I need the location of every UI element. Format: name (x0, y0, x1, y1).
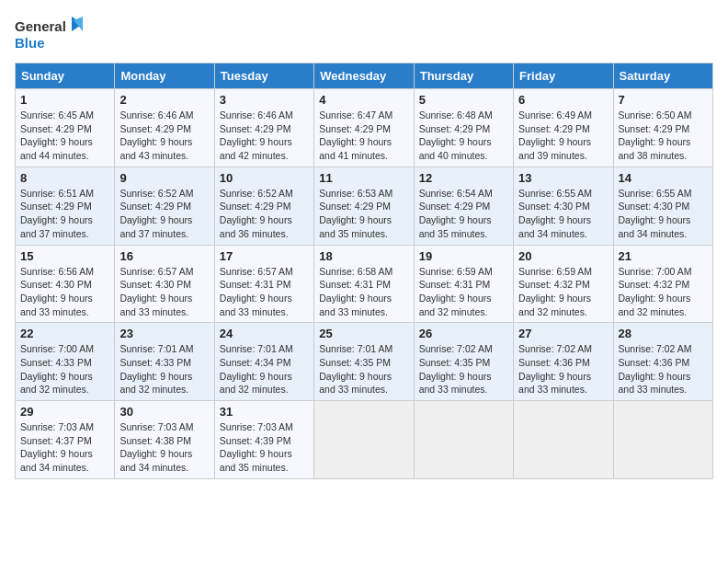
cell-info: Sunrise: 7:00 AMSunset: 4:33 PMDaylight:… (20, 343, 94, 395)
day-number: 23 (119, 327, 209, 340)
calendar-cell: 7Sunrise: 6:50 AMSunset: 4:29 PMDaylight… (613, 89, 712, 167)
cell-info: Sunrise: 6:56 AMSunset: 4:30 PMDaylight:… (20, 266, 94, 317)
cell-info: Sunrise: 6:45 AMSunset: 4:29 PMDaylight:… (20, 109, 94, 161)
cell-info: Sunrise: 6:57 AMSunset: 4:31 PMDaylight:… (220, 266, 293, 317)
day-number: 13 (518, 171, 608, 185)
cell-info: Sunrise: 7:01 AMSunset: 4:35 PMDaylight:… (319, 343, 392, 395)
col-header-friday: Friday (514, 63, 613, 89)
day-number: 17 (220, 249, 309, 263)
day-number: 1 (20, 93, 109, 107)
calendar-cell: 29Sunrise: 7:03 AMSunset: 4:37 PMDayligh… (16, 401, 115, 479)
cell-info: Sunrise: 6:54 AMSunset: 4:29 PMDaylight:… (419, 188, 493, 239)
day-number: 15 (20, 249, 109, 263)
cell-info: Sunrise: 7:02 AMSunset: 4:36 PMDaylight:… (518, 343, 592, 395)
cell-info: Sunrise: 7:02 AMSunset: 4:35 PMDaylight:… (419, 343, 493, 395)
day-number: 7 (619, 93, 708, 107)
cell-info: Sunrise: 6:57 AMSunset: 4:30 PMDaylight:… (119, 266, 193, 317)
cell-info: Sunrise: 6:55 AMSunset: 4:30 PMDaylight:… (619, 188, 692, 239)
cell-info: Sunrise: 6:53 AMSunset: 4:29 PMDaylight:… (319, 188, 392, 239)
calendar-cell: 9Sunrise: 6:52 AMSunset: 4:29 PMDaylight… (115, 167, 214, 245)
calendar-table: SundayMondayTuesdayWednesdayThursdayFrid… (15, 63, 713, 479)
day-number: 25 (319, 327, 408, 340)
svg-text:Blue: Blue (15, 35, 45, 51)
col-header-thursday: Thursday (414, 63, 513, 89)
day-number: 6 (518, 93, 608, 107)
cell-info: Sunrise: 6:52 AMSunset: 4:29 PMDaylight:… (220, 188, 293, 239)
day-number: 27 (518, 327, 608, 340)
day-number: 2 (119, 93, 209, 107)
cell-info: Sunrise: 6:48 AMSunset: 4:29 PMDaylight:… (419, 109, 493, 161)
col-header-wednesday: Wednesday (314, 63, 414, 89)
calendar-cell: 17Sunrise: 6:57 AMSunset: 4:31 PMDayligh… (214, 245, 313, 323)
day-number: 29 (20, 405, 109, 419)
calendar-cell: 31Sunrise: 7:03 AMSunset: 4:39 PMDayligh… (214, 401, 313, 479)
day-number: 10 (220, 171, 309, 185)
calendar-cell: 3Sunrise: 6:46 AMSunset: 4:29 PMDaylight… (214, 89, 313, 167)
calendar-cell: 2Sunrise: 6:46 AMSunset: 4:29 PMDaylight… (115, 89, 214, 167)
calendar-cell (414, 401, 513, 479)
calendar-cell: 5Sunrise: 6:48 AMSunset: 4:29 PMDaylight… (414, 89, 513, 167)
calendar-cell: 28Sunrise: 7:02 AMSunset: 4:36 PMDayligh… (613, 323, 712, 401)
day-number: 20 (518, 249, 608, 263)
calendar-cell: 21Sunrise: 7:00 AMSunset: 4:32 PMDayligh… (613, 245, 712, 323)
calendar-cell: 18Sunrise: 6:58 AMSunset: 4:31 PMDayligh… (314, 245, 414, 323)
week-row-3: 15Sunrise: 6:56 AMSunset: 4:30 PMDayligh… (16, 245, 713, 323)
cell-info: Sunrise: 6:47 AMSunset: 4:29 PMDaylight:… (319, 109, 392, 161)
cell-info: Sunrise: 7:01 AMSunset: 4:33 PMDaylight:… (119, 343, 193, 395)
day-number: 19 (419, 249, 508, 263)
calendar-cell: 12Sunrise: 6:54 AMSunset: 4:29 PMDayligh… (414, 167, 513, 245)
calendar-cell: 25Sunrise: 7:01 AMSunset: 4:35 PMDayligh… (314, 323, 414, 401)
week-row-4: 22Sunrise: 7:00 AMSunset: 4:33 PMDayligh… (16, 323, 713, 401)
day-number: 18 (319, 249, 408, 263)
col-header-monday: Monday (115, 63, 214, 89)
day-number: 14 (619, 171, 708, 185)
day-number: 21 (619, 249, 708, 263)
week-row-5: 29Sunrise: 7:03 AMSunset: 4:37 PMDayligh… (16, 401, 713, 479)
cell-info: Sunrise: 6:49 AMSunset: 4:29 PMDaylight:… (518, 109, 592, 161)
calendar-cell: 15Sunrise: 6:56 AMSunset: 4:30 PMDayligh… (16, 245, 115, 323)
col-header-tuesday: Tuesday (214, 63, 313, 89)
day-number: 3 (220, 93, 309, 107)
calendar-cell: 8Sunrise: 6:51 AMSunset: 4:29 PMDaylight… (16, 167, 115, 245)
cell-info: Sunrise: 7:03 AMSunset: 4:37 PMDaylight:… (20, 421, 94, 473)
calendar-cell: 4Sunrise: 6:47 AMSunset: 4:29 PMDaylight… (314, 89, 414, 167)
header-row: SundayMondayTuesdayWednesdayThursdayFrid… (16, 63, 713, 89)
week-row-1: 1Sunrise: 6:45 AMSunset: 4:29 PMDaylight… (16, 89, 713, 167)
calendar-cell: 23Sunrise: 7:01 AMSunset: 4:33 PMDayligh… (115, 323, 214, 401)
day-number: 16 (119, 249, 209, 263)
day-number: 30 (119, 405, 209, 419)
svg-text:General: General (15, 18, 66, 34)
cell-info: Sunrise: 6:51 AMSunset: 4:29 PMDaylight:… (20, 188, 94, 239)
logo-svg: General Blue (15, 15, 88, 55)
cell-info: Sunrise: 6:58 AMSunset: 4:31 PMDaylight:… (319, 266, 392, 317)
cell-info: Sunrise: 7:00 AMSunset: 4:32 PMDaylight:… (619, 266, 692, 317)
calendar-cell: 6Sunrise: 6:49 AMSunset: 4:29 PMDaylight… (514, 89, 613, 167)
day-number: 9 (119, 171, 209, 185)
calendar-cell (514, 401, 613, 479)
week-row-2: 8Sunrise: 6:51 AMSunset: 4:29 PMDaylight… (16, 167, 713, 245)
cell-info: Sunrise: 7:03 AMSunset: 4:39 PMDaylight:… (220, 421, 293, 473)
calendar-cell: 20Sunrise: 6:59 AMSunset: 4:32 PMDayligh… (514, 245, 613, 323)
cell-info: Sunrise: 6:52 AMSunset: 4:29 PMDaylight:… (119, 188, 193, 239)
calendar-cell: 11Sunrise: 6:53 AMSunset: 4:29 PMDayligh… (314, 167, 414, 245)
calendar-cell (314, 401, 414, 479)
day-number: 11 (319, 171, 408, 185)
day-number: 26 (419, 327, 508, 340)
col-header-saturday: Saturday (613, 63, 712, 89)
col-header-sunday: Sunday (16, 63, 115, 89)
day-number: 4 (319, 93, 408, 107)
calendar-cell: 26Sunrise: 7:02 AMSunset: 4:35 PMDayligh… (414, 323, 513, 401)
cell-info: Sunrise: 7:02 AMSunset: 4:36 PMDaylight:… (619, 343, 692, 395)
calendar-cell: 16Sunrise: 6:57 AMSunset: 4:30 PMDayligh… (115, 245, 214, 323)
cell-info: Sunrise: 6:50 AMSunset: 4:29 PMDaylight:… (619, 109, 692, 161)
cell-info: Sunrise: 6:55 AMSunset: 4:30 PMDaylight:… (518, 188, 592, 239)
calendar-cell: 24Sunrise: 7:01 AMSunset: 4:34 PMDayligh… (214, 323, 313, 401)
calendar-cell: 27Sunrise: 7:02 AMSunset: 4:36 PMDayligh… (514, 323, 613, 401)
day-number: 24 (220, 327, 309, 340)
calendar-cell: 22Sunrise: 7:00 AMSunset: 4:33 PMDayligh… (16, 323, 115, 401)
logo: General Blue (15, 15, 88, 55)
cell-info: Sunrise: 7:03 AMSunset: 4:38 PMDaylight:… (119, 421, 193, 473)
calendar-cell: 10Sunrise: 6:52 AMSunset: 4:29 PMDayligh… (214, 167, 313, 245)
calendar-cell: 14Sunrise: 6:55 AMSunset: 4:30 PMDayligh… (613, 167, 712, 245)
day-number: 8 (20, 171, 109, 185)
